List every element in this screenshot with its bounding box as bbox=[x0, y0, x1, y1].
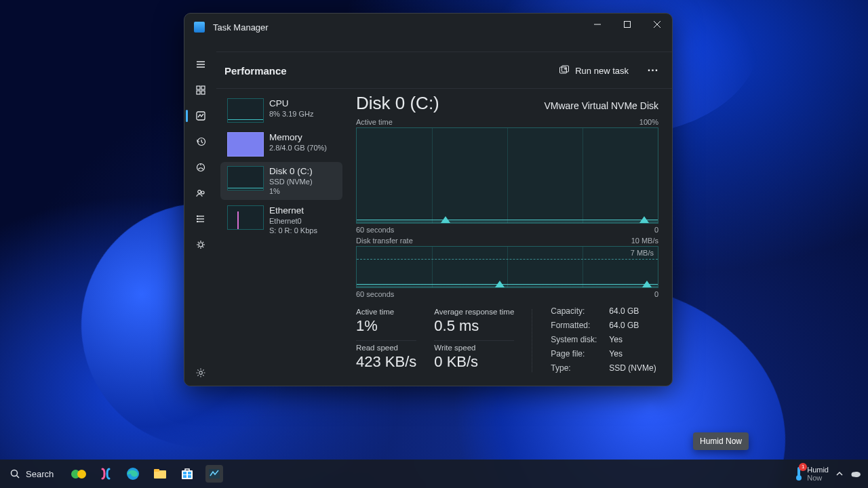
active-time-value: 1% bbox=[356, 317, 416, 335]
tb-store[interactable] bbox=[178, 465, 196, 483]
svg-rect-1 bbox=[625, 22, 631, 28]
window-title: Task Manager bbox=[213, 22, 269, 33]
tb-edge[interactable] bbox=[124, 465, 142, 483]
write-speed-label: Write speed bbox=[434, 344, 514, 352]
chart1-xl: 60 seconds bbox=[356, 226, 394, 234]
disk-properties: Capacity:64.0 GB Formatted:64.0 GB Syste… bbox=[551, 306, 656, 375]
nav-app-history[interactable] bbox=[184, 129, 216, 155]
nav-startup[interactable] bbox=[184, 155, 216, 180]
mini-cpu-title: CPU bbox=[269, 98, 313, 110]
disk-thumb bbox=[227, 166, 264, 190]
svg-rect-14 bbox=[201, 91, 205, 94]
svg-rect-11 bbox=[197, 86, 200, 89]
nav-users[interactable] bbox=[184, 180, 216, 206]
tb-explorer[interactable] bbox=[151, 465, 169, 483]
mini-ethernet[interactable]: Ethernet Ethernet0 S: 0 R: 0 Kbps bbox=[220, 201, 342, 239]
taskbar: Search 1 Humid Now bbox=[0, 460, 868, 488]
mini-disk-sub: SSD (NVMe) bbox=[269, 178, 313, 187]
tray-cloud-icon[interactable] bbox=[850, 470, 861, 478]
system-tray: 1 Humid Now bbox=[793, 466, 868, 482]
svg-point-26 bbox=[197, 222, 197, 222]
svg-point-27 bbox=[199, 243, 203, 247]
svg-rect-36 bbox=[188, 472, 191, 474]
search-label: Search bbox=[26, 469, 54, 479]
mini-memory-title: Memory bbox=[269, 132, 327, 144]
nav-rail bbox=[184, 52, 216, 386]
page-header: Performance Run new task ··· bbox=[216, 52, 672, 89]
app-icon bbox=[194, 22, 205, 33]
svg-line-30 bbox=[17, 476, 20, 479]
detail-title: Disk 0 (C:) bbox=[356, 93, 439, 114]
chart2-max: 10 MB/s bbox=[631, 237, 658, 245]
run-task-icon bbox=[559, 65, 570, 76]
tray-chevron-icon[interactable] bbox=[835, 470, 844, 478]
nav-services[interactable] bbox=[184, 232, 216, 258]
task-manager-window: Task Manager Performance Run new task ··… bbox=[184, 13, 673, 386]
taskbar-search[interactable]: Search bbox=[0, 460, 63, 488]
mini-cpu[interactable]: CPU 8% 3.19 GHz bbox=[220, 94, 342, 127]
content-area: CPU 8% 3.19 GHz Memory 2.8/4.0 GB (70%) … bbox=[216, 88, 672, 386]
active-time-chart[interactable] bbox=[356, 127, 658, 224]
mini-eth-title: Ethernet bbox=[269, 205, 317, 217]
svg-rect-38 bbox=[188, 475, 191, 478]
tb-app-1[interactable] bbox=[70, 465, 87, 483]
weather-toast[interactable]: Humid Now bbox=[693, 432, 749, 450]
read-speed-value: 423 KB/s bbox=[356, 353, 416, 371]
avg-resp-value: 0.5 ms bbox=[434, 317, 514, 335]
mini-disk[interactable]: Disk 0 (C:) SSD (NVMe) 1% bbox=[220, 162, 342, 200]
maximize-button[interactable] bbox=[612, 14, 642, 35]
nav-performance[interactable] bbox=[184, 103, 216, 129]
active-time-label: Active time bbox=[356, 308, 416, 316]
close-button[interactable] bbox=[642, 14, 672, 35]
mini-memory[interactable]: Memory 2.8/4.0 GB (70%) bbox=[220, 128, 342, 161]
page-title: Performance bbox=[224, 65, 287, 77]
svg-point-19 bbox=[197, 190, 201, 194]
tray-weather[interactable]: 1 Humid Now bbox=[793, 466, 829, 482]
weather-line1: Humid bbox=[807, 466, 829, 474]
svg-rect-33 bbox=[154, 469, 159, 472]
chart1-label: Active time bbox=[356, 118, 393, 126]
nav-processes[interactable] bbox=[184, 77, 216, 103]
detail-model: VMware Virtual NVMe Disk bbox=[544, 100, 658, 111]
chart1-max: 100% bbox=[639, 118, 658, 126]
resource-mini-list: CPU 8% 3.19 GHz Memory 2.8/4.0 GB (70%) … bbox=[216, 89, 347, 386]
more-button[interactable]: ··· bbox=[642, 60, 664, 81]
taskbar-pinned bbox=[70, 465, 223, 483]
chart1-xr: 0 bbox=[654, 226, 658, 234]
stats-row: Active time 1% Read speed 423 KB/s Avera… bbox=[356, 306, 658, 375]
mini-disk-title: Disk 0 (C:) bbox=[269, 166, 313, 178]
svg-rect-13 bbox=[197, 91, 200, 94]
mini-memory-sub: 2.8/4.0 GB (70%) bbox=[269, 144, 327, 153]
run-new-task-label: Run new task bbox=[575, 66, 629, 76]
svg-point-25 bbox=[197, 219, 197, 220]
transfer-rate-chart[interactable]: 7 MB/s bbox=[356, 246, 658, 288]
memory-thumb bbox=[227, 132, 264, 157]
ethernet-thumb bbox=[227, 205, 264, 230]
svg-point-43 bbox=[852, 472, 856, 477]
titlebar[interactable]: Task Manager bbox=[184, 14, 672, 41]
minimize-button[interactable] bbox=[583, 14, 612, 35]
svg-point-41 bbox=[796, 475, 802, 481]
detail-pane: Disk 0 (C:) VMware Virtual NVMe Disk Act… bbox=[347, 89, 672, 386]
cpu-thumb bbox=[227, 98, 264, 123]
svg-rect-34 bbox=[182, 470, 193, 479]
run-new-task-button[interactable]: Run new task bbox=[552, 61, 635, 80]
nav-details[interactable] bbox=[184, 206, 216, 232]
svg-point-20 bbox=[201, 191, 204, 194]
nav-hamburger[interactable] bbox=[184, 52, 216, 77]
svg-point-29 bbox=[12, 470, 18, 476]
tb-copilot[interactable] bbox=[97, 465, 115, 483]
mini-eth-sub: Ethernet0 bbox=[269, 217, 317, 226]
chart2-ref: 7 MB/s bbox=[631, 249, 654, 257]
svg-point-28 bbox=[199, 371, 202, 375]
mini-eth-sub2: S: 0 R: 0 Kbps bbox=[269, 226, 317, 236]
chart2-label: Disk transfer rate bbox=[356, 237, 413, 245]
mini-disk-sub2: 1% bbox=[269, 187, 313, 197]
chart2-xr: 0 bbox=[654, 290, 658, 298]
read-speed-label: Read speed bbox=[356, 344, 416, 352]
svg-rect-12 bbox=[201, 86, 205, 89]
nav-settings[interactable] bbox=[184, 360, 216, 386]
svg-point-24 bbox=[197, 216, 197, 217]
tb-task-manager[interactable] bbox=[205, 465, 223, 483]
avg-resp-label: Average response time bbox=[434, 308, 514, 316]
